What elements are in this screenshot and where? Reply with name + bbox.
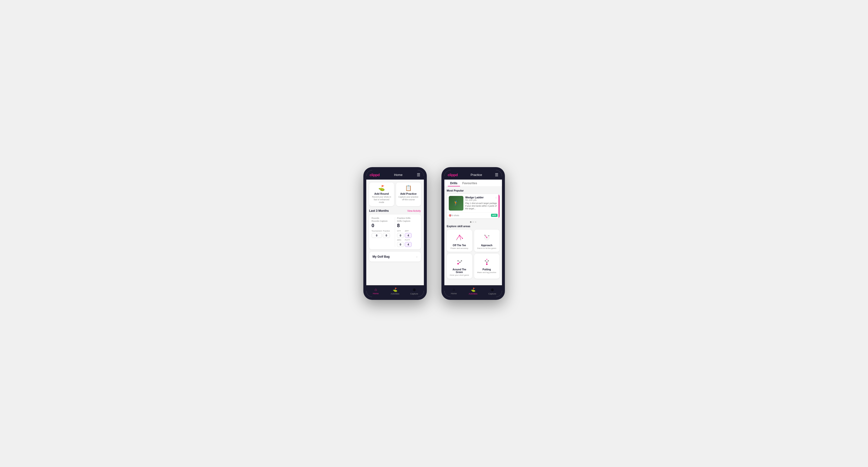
approach-icon-area	[476, 232, 497, 243]
content-1: ⛳ Add Round Record your shots in fast or…	[366, 180, 424, 285]
rounds-capture-label: Rounds Capture	[372, 220, 393, 222]
home-label-1: Home	[373, 292, 379, 295]
tournament-group: Tournament 0	[372, 230, 382, 238]
add-round-card[interactable]: ⛳ Add Round Record your shots in fast or…	[369, 183, 394, 206]
hamburger-menu-1[interactable]: ☰	[417, 173, 420, 177]
tabs-row: Drills Favourites	[444, 180, 502, 187]
svg-line-27	[485, 261, 487, 262]
content-2: Most Popular 🏌️ Wedge Ladder 50–100 yds	[444, 187, 502, 285]
nav-activities-1[interactable]: ⛳ Activities	[385, 285, 405, 297]
view-activity-link[interactable]: View Activity	[407, 210, 421, 212]
arg-value: 0	[397, 242, 404, 247]
svg-point-11	[485, 235, 485, 236]
nav-capture-2[interactable]: ⊕ Capture	[483, 285, 502, 297]
drill-shots: 🎯 9 shots	[449, 214, 459, 217]
stats-box: Rounds Rounds Capture 0 Tournament 0 Pra…	[369, 215, 421, 249]
putting-icon-area	[476, 256, 497, 267]
star-icon[interactable]: ☆	[495, 196, 498, 202]
putt-value: 4	[405, 242, 412, 247]
drills-capture-label: Drills Capture	[397, 220, 418, 222]
drills-column: Practice Drills Drills Capture 8 OTT 0 A…	[397, 217, 418, 247]
add-practice-subtitle: Capture your practice off-the-course	[398, 196, 419, 201]
phone-1: clippd Home ☰ ⛳ Add Round Record your sh…	[363, 167, 427, 300]
add-round-title: Add Round	[371, 192, 392, 195]
accent-bar	[499, 194, 499, 218]
golf-bag-chevron: ›	[416, 255, 417, 259]
home-icon-2: ⌂	[453, 287, 455, 292]
drill-name: Wedge Ladder	[465, 196, 484, 199]
putting-desc: Make and lag practice	[476, 271, 497, 274]
hamburger-menu-2[interactable]: ☰	[495, 173, 498, 177]
activity-section-header: Last 3 Months View Activity	[369, 209, 421, 213]
nav-home-1[interactable]: ⌂ Home	[366, 285, 385, 297]
skill-around-green[interactable]: Around The Green Hone your short game	[447, 254, 472, 279]
rounds-sub-stats: Tournament 0 Practice 0	[372, 230, 393, 238]
most-popular-label: Most Popular	[447, 189, 499, 192]
off-tee-icon-area	[449, 232, 470, 243]
svg-line-20	[458, 261, 460, 262]
svg-point-4	[456, 239, 457, 240]
svg-line-13	[487, 236, 489, 238]
phone-2: clippd Practice ☰ Drills Favourites Most…	[441, 167, 505, 300]
activities-icon-1: ⛳	[393, 287, 398, 292]
drill-description: Play 1 shot at each target yardage. If y…	[465, 202, 498, 210]
ott-value: 0	[397, 233, 404, 238]
atg-desc: Hone your short game	[449, 274, 470, 276]
drills-total: 8	[397, 223, 418, 228]
approach-name: Approach	[476, 244, 497, 247]
app-title-1: Home	[394, 173, 403, 177]
skill-approach[interactable]: Approach Dial-in to hit the green	[474, 229, 499, 252]
last-3-months-label: Last 3 Months	[369, 209, 389, 213]
drills-title: Practice Drills	[397, 217, 418, 219]
ott-label: OTT	[397, 230, 404, 232]
putt-label: PUTT	[405, 239, 412, 241]
svg-line-28	[487, 261, 488, 262]
tab-drills[interactable]: Drills	[448, 180, 460, 186]
off-tee-desc: Power and accuracy	[449, 247, 470, 249]
dot-1	[470, 221, 471, 223]
bottom-nav-2: ⌂ Home ⛳ Activities ⊕ Capture	[444, 285, 502, 297]
nav-home-2[interactable]: ⌂ Home	[444, 285, 464, 297]
approach-desc: Dial-in to hit the green	[476, 247, 497, 249]
rounds-total: 0	[372, 223, 393, 228]
arg-label: ARG	[397, 239, 404, 241]
skill-grid: Off The Tee Power and accuracy	[447, 229, 499, 279]
app-value: 4	[405, 233, 412, 238]
app-title-2: Practice	[471, 173, 482, 177]
practice-group: Practice 0	[383, 230, 390, 238]
carousel-dots	[447, 220, 499, 225]
app-logo-2: clippd	[448, 173, 458, 177]
action-cards-row: ⛳ Add Round Record your shots in fast or…	[369, 183, 421, 206]
golf-bag-row[interactable]: My Golf Bag ›	[369, 252, 421, 261]
add-practice-card[interactable]: 📋 Add Practice Capture your practice off…	[396, 183, 421, 206]
featured-drill-card[interactable]: 🏌️ Wedge Ladder 50–100 yds ☆ Play 1 shot…	[447, 194, 499, 218]
drill-thumbnail: 🏌️	[449, 196, 463, 211]
atg-icon-area	[449, 256, 470, 267]
rounds-column: Rounds Rounds Capture 0 Tournament 0 Pra…	[372, 217, 393, 247]
svg-line-19	[460, 261, 461, 262]
nav-activities-2[interactable]: ⛳ Activities	[463, 285, 483, 297]
add-round-subtitle: Record your shots in fast or enhanced mo…	[371, 196, 392, 204]
atg-name: Around The Green	[449, 268, 470, 274]
app-label: APP	[405, 230, 412, 232]
bottom-nav-1: ⌂ Home ⛳ Activities ⊕ Capture	[366, 285, 424, 297]
practice-label: Practice	[383, 230, 390, 232]
app-header-1: clippd Home ☰	[366, 170, 424, 180]
home-label-2: Home	[451, 292, 457, 295]
drill-thumb-img: 🏌️	[449, 196, 463, 211]
capture-icon-1: ⊕	[413, 287, 416, 292]
stats-row: Rounds Rounds Capture 0 Tournament 0 Pra…	[372, 217, 418, 247]
practice-value: 0	[383, 233, 390, 238]
tab-favourites[interactable]: Favourites	[460, 180, 480, 186]
svg-line-29	[485, 259, 487, 261]
skill-putting[interactable]: Putting Make and lag practice	[474, 254, 499, 279]
approach-svg	[482, 233, 492, 243]
nav-capture-1[interactable]: ⊕ Capture	[405, 285, 424, 297]
arg-group: ARG 0	[397, 239, 404, 247]
svg-point-5	[460, 239, 461, 240]
dot-3	[475, 221, 476, 223]
skill-off-the-tee[interactable]: Off The Tee Power and accuracy	[447, 229, 472, 252]
activities-label-1: Activities	[391, 292, 400, 295]
putting-name: Putting	[476, 268, 497, 271]
off-tee-name: Off The Tee	[449, 244, 470, 247]
